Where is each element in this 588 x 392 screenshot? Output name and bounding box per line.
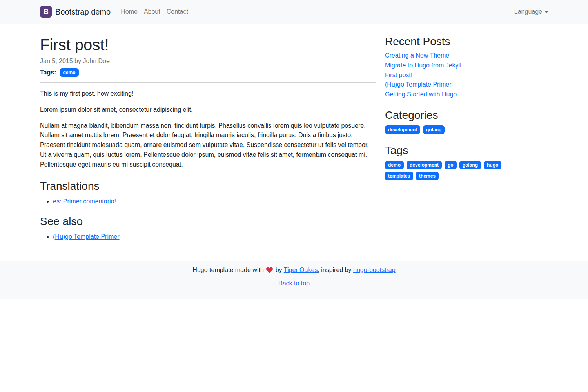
recent-posts-heading: Recent Posts [385,35,548,48]
tags-badges: demo development go golang hugo template… [385,161,503,180]
tag-badge-themes[interactable]: themes [416,172,439,180]
footer-credit-line: Hugo template made with by Tiger Oakes, … [0,267,588,274]
categories-badges: development golang [385,125,503,134]
bootstrap-logo-icon: B [40,6,52,18]
see-also-link[interactable]: (Hu)go Template Primer [53,233,120,240]
tag-badge-demo[interactable]: demo [60,68,78,77]
tag-badge-golang[interactable]: golang [459,161,481,169]
inspiration-link[interactable]: hugo-bootstrap [353,267,396,273]
recent-post-link[interactable]: First post! [385,71,548,80]
post-meta: Jan 5, 2015 by John Doe [40,58,376,65]
recent-posts-list: Creating a New Theme Migrate to Hugo fro… [385,52,548,99]
nav-item-about[interactable]: About [141,5,163,18]
page-title: First post! [40,35,376,54]
footer-by-text: by [276,267,282,273]
list-item: (Hu)go Template Primer [53,233,376,240]
category-badge-development[interactable]: development [385,125,420,134]
nav-item-home[interactable]: Home [118,5,141,18]
category-badge-golang[interactable]: golang [423,125,445,134]
chevron-down-icon [545,11,548,13]
heart-icon [266,267,273,273]
translations-heading: Translations [40,180,376,192]
brand-label: Bootstrap demo [55,7,111,16]
back-to-top-link[interactable]: Back to top [278,280,310,287]
post-paragraph: Lorem ipsum dolor sit amet, consectetur … [40,105,376,115]
back-to-top-line: Back to top [0,280,588,287]
footer-made-with-text: Hugo template made with [192,267,263,273]
tag-badge-development[interactable]: development [407,161,442,169]
post-body: This is my first post, how exciting! Lor… [40,89,376,170]
post-paragraph: Nullam at magna blandit, bibendum massa … [40,121,376,170]
see-also-heading: See also [40,215,376,228]
footer-inspired-text: , inspired by [318,267,351,273]
primary-nav: Home About Contact [118,5,191,18]
post-tags-line: Tags: demo [40,68,376,77]
page-content: First post! Jan 5, 2015 by John Doe Tags… [35,24,553,247]
page-footer: Hugo template made with by Tiger Oakes, … [0,261,588,299]
tags-label: Tags: [40,69,56,76]
tag-badge-go[interactable]: go [445,161,457,169]
translations-list: es: Primer comentario! [40,198,376,205]
translation-link-es[interactable]: es: Primer comentario! [53,198,116,205]
author-link[interactable]: Tiger Oakes [284,267,318,273]
recent-post-link[interactable]: (Hu)go Template Primer [385,81,548,89]
recent-post-link[interactable]: Getting Started with Hugo [385,91,548,99]
recent-post-link[interactable]: Migrate to Hugo from Jekyll [385,62,548,70]
recent-post-link[interactable]: Creating a New Theme [385,52,548,60]
language-label: Language [514,8,542,15]
post-paragraph: This is my first post, how exciting! [40,89,376,99]
nav-item-contact[interactable]: Contact [163,5,191,18]
categories-heading: Categories [385,109,548,122]
brand-link[interactable]: B Bootstrap demo [40,6,111,18]
see-also-list: (Hu)go Template Primer [40,233,376,240]
sidebar: Recent Posts Creating a New Theme Migrat… [380,35,553,180]
post-article: First post! Jan 5, 2015 by John Doe Tags… [35,35,380,247]
tags-heading: Tags [385,144,548,157]
top-navbar: B Bootstrap demo Home About Contact Lang… [0,0,588,24]
header-divider [40,82,376,83]
tag-badge-templates[interactable]: templates [385,172,413,180]
list-item: es: Primer comentario! [53,198,376,205]
tag-badge-hugo[interactable]: hugo [484,161,501,169]
language-dropdown[interactable]: Language [514,5,548,18]
tag-badge-demo[interactable]: demo [385,161,404,169]
